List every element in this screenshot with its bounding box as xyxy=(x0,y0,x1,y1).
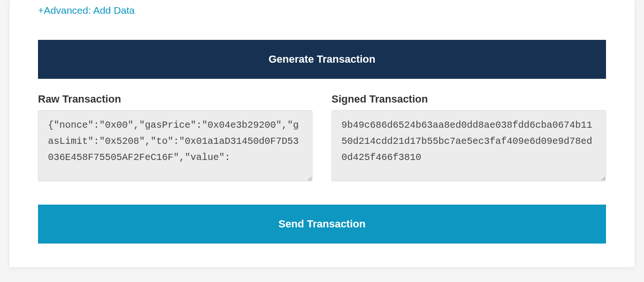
signed-transaction-textarea[interactable] xyxy=(331,110,606,181)
advanced-add-data-link[interactable]: +Advanced: Add Data xyxy=(38,5,135,16)
send-transaction-button[interactable]: Send Transaction xyxy=(38,205,606,244)
transaction-card: +Advanced: Add Data Generate Transaction… xyxy=(9,0,635,267)
transaction-columns: Raw Transaction Signed Transaction xyxy=(38,93,606,183)
raw-transaction-column: Raw Transaction xyxy=(38,93,313,183)
raw-transaction-textarea[interactable] xyxy=(38,110,313,181)
generate-transaction-button[interactable]: Generate Transaction xyxy=(38,40,606,79)
signed-transaction-label: Signed Transaction xyxy=(331,93,606,105)
raw-transaction-label: Raw Transaction xyxy=(38,93,313,105)
signed-transaction-column: Signed Transaction xyxy=(331,93,606,183)
